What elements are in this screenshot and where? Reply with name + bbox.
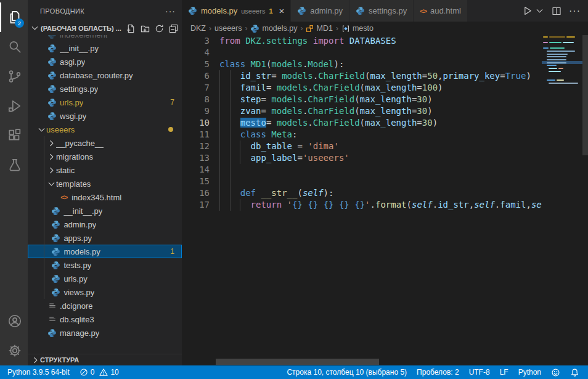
editor-actions: ··· (515, 0, 588, 22)
tree-file--dcignore[interactable]: .dcignore (28, 299, 182, 312)
tab-label: aud.html (430, 6, 461, 15)
tree-file-wsgi-py[interactable]: wsgi.py (28, 109, 182, 123)
editor-more-button[interactable]: ··· (569, 6, 581, 16)
tree-file-database-roouter-py[interactable]: database_roouter.py (28, 68, 182, 82)
tree-file-models-py[interactable]: models.py1 (28, 245, 182, 258)
code-editor[interactable]: 3from DKZ.settings import DATABASES45cla… (182, 35, 588, 365)
tree-file-views-py[interactable]: views.py (28, 285, 182, 299)
text-file-icon (46, 315, 58, 324)
run-dropdown[interactable] (535, 6, 544, 15)
breadcrumb-item-md1[interactable]: MD1 (306, 24, 332, 33)
tree-file-admin-py[interactable]: admin.py (28, 218, 182, 231)
modified-dot-badge (168, 127, 173, 132)
tree-folder-templates[interactable]: templates (28, 177, 182, 190)
tree-file-indexelement[interactable]: indexelement (28, 35, 182, 41)
tree-file-apps-py[interactable]: apps.py (28, 231, 182, 245)
status-python-version[interactable]: Python 3.9.5 64-bit (2, 365, 75, 379)
status-eol[interactable]: LF (495, 365, 513, 379)
refresh-button[interactable] (155, 24, 164, 33)
horizontal-scrollbar-thumb[interactable] (216, 359, 379, 365)
tab-models-py[interactable]: models.pyuseeers1× (182, 0, 291, 22)
breadcrumb-item-mesto[interactable]: mesto (341, 24, 374, 33)
minimap[interactable] (542, 35, 582, 84)
editor-group: models.pyuseeers1×admin.pysettings.py<>a… (182, 0, 588, 365)
breadcrumb-item-models.py[interactable]: models.py (250, 24, 297, 33)
indent-guide (230, 70, 231, 82)
sidebar-more-icon[interactable]: ··· (165, 6, 176, 16)
activity-item-settings[interactable] (0, 336, 28, 365)
text-file-icon (46, 301, 58, 310)
activity-item-testing[interactable] (0, 150, 28, 180)
tree-folder-static[interactable]: static (28, 163, 182, 177)
tree-file-db-sqlite3[interactable]: db.sqlite3 (28, 312, 182, 326)
tree-file--init-py[interactable]: __init__.py (28, 41, 182, 55)
status-indentation[interactable]: Пробелов: 2 (412, 365, 464, 379)
file-label: index345.html (71, 193, 121, 202)
line-text: return '{} {} {} {} {}'.format(self.id_s… (210, 199, 542, 211)
tree-folder-migrations[interactable]: migrations (28, 150, 182, 163)
bell-icon (570, 368, 579, 377)
workspace-section-header[interactable]: (РАБОЧАЯ ОБЛАСТЬ) ... (28, 22, 182, 35)
status-notifications[interactable] (565, 365, 584, 379)
code-line: 15 (182, 176, 542, 187)
activity-item-explorer[interactable]: 2 (0, 2, 28, 32)
tree-file--init-py[interactable]: __init__.py (28, 204, 182, 218)
tree-file-manage-py[interactable]: manage.py (28, 326, 182, 340)
breadcrumb-item-dkz[interactable]: DKZ (190, 24, 206, 33)
indent-guide (219, 117, 220, 129)
activity-item-account[interactable] (0, 306, 28, 336)
tree-file-index345-html[interactable]: <>index345.html (28, 190, 182, 204)
line-number: 5 (182, 59, 210, 70)
file-label: database_roouter.py (60, 71, 133, 80)
tree-folder--pycache-[interactable]: __pycache__ (28, 136, 182, 150)
indent-guide (219, 199, 220, 211)
vertical-scrollbar-thumb[interactable] (582, 35, 588, 155)
breadcrumb-item-useeers[interactable]: useeers (214, 24, 242, 33)
status-cursor-position[interactable]: Строка 10, столбец 10 (выбрано 5) (282, 365, 412, 379)
tab-admin-py[interactable]: admin.py (291, 0, 349, 22)
testing-icon (7, 157, 23, 173)
activity-item-run-debug[interactable] (0, 91, 28, 121)
tab-aud-html[interactable]: <>aud.html (414, 0, 468, 22)
python-icon (46, 98, 58, 107)
indent-guide (230, 117, 231, 129)
outline-label: СТРУКТУРА (40, 356, 79, 364)
activity-item-search[interactable] (0, 32, 28, 62)
tree-indent-guide (44, 136, 44, 299)
status-encoding[interactable]: UTF-8 (464, 365, 495, 379)
collapse-all-button[interactable] (169, 24, 178, 33)
tab-label: admin.py (310, 6, 343, 15)
file-label: migrations (56, 152, 93, 161)
indent-guide (219, 105, 220, 117)
status-feedback[interactable] (546, 365, 565, 379)
close-icon[interactable]: × (279, 6, 285, 15)
new-folder-button[interactable] (141, 24, 150, 33)
outline-section-header[interactable]: СТРУКТУРА (28, 354, 182, 365)
code-line: 14 (182, 164, 542, 176)
tree-file-asgi-py[interactable]: asgi.py (28, 55, 182, 68)
tree-file-tests-py[interactable]: tests.py (28, 258, 182, 272)
tree-file-urls-py[interactable]: urls.py7 (28, 96, 182, 109)
tree-file-settings-py[interactable]: settings.py (28, 82, 182, 96)
tab-settings-py[interactable]: settings.py (349, 0, 414, 22)
feedback-icon (551, 368, 560, 377)
code-line: 5class MD1(models.Model): (182, 59, 542, 70)
status-problems[interactable]: 010 (75, 365, 124, 379)
tab-label: settings.py (369, 6, 407, 15)
line-text: from DKZ.settings import DATABASES (210, 35, 542, 47)
new-file-button[interactable] (126, 24, 136, 33)
line-number: 14 (182, 164, 210, 176)
code-line: 10 mesto= models.CharField(max_length=30… (182, 117, 542, 129)
tree-file-urls-py[interactable]: urls.py (28, 272, 182, 285)
chevron-right-icon (46, 152, 56, 161)
indent-guide (219, 141, 220, 152)
activity-item-source-control[interactable] (0, 62, 28, 91)
run-button[interactable] (522, 6, 533, 16)
indent-guide (230, 129, 231, 141)
activity-item-extensions[interactable] (0, 121, 28, 150)
tree-folder-useeers[interactable]: useeers (28, 123, 182, 136)
vertical-scrollbar[interactable] (582, 35, 588, 365)
status-language-mode[interactable]: Python (513, 365, 546, 379)
account-icon (7, 313, 23, 329)
split-editor-button[interactable] (552, 6, 561, 16)
